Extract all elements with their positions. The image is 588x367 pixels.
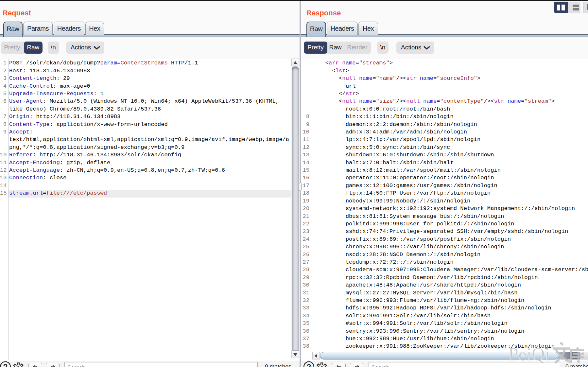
svg-text:?: ? (306, 363, 311, 367)
svg-text:PeiQi: PeiQi (508, 344, 550, 364)
svg-text:?: ? (3, 363, 8, 367)
